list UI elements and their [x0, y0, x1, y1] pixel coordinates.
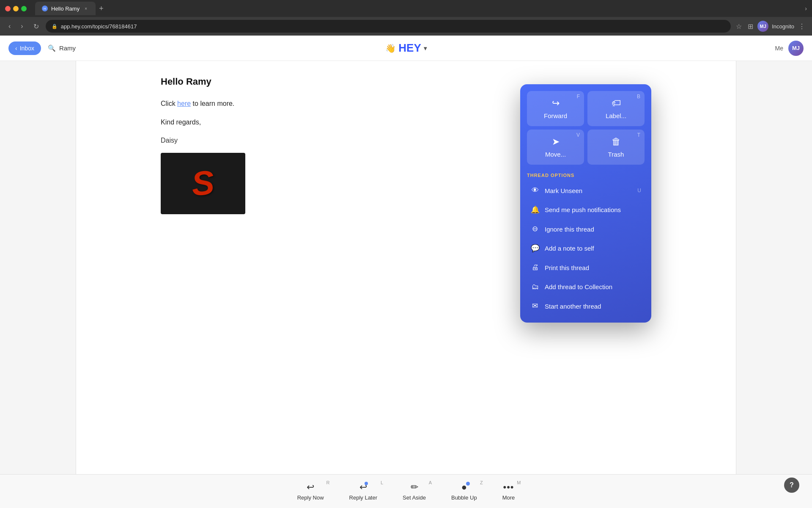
set-aside-label: Set Aside — [403, 494, 426, 501]
bubble-up-shortcut: Z — [480, 480, 483, 485]
reply-later-shortcut: L — [381, 480, 383, 485]
bottom-toolbar: R ↩ Reply Now L ↩ Reply Later A ✏ Set As… — [0, 474, 812, 508]
add-collection-icon: 🗂 — [530, 282, 540, 292]
hey-logo[interactable]: 👋 HEY ▾ — [385, 41, 426, 55]
start-thread-icon: ✉ — [530, 301, 540, 311]
forward-button[interactable]: F ↪ Forward — [527, 91, 584, 126]
mark-unseen-item[interactable]: 👁 Mark Unseen U — [527, 181, 645, 201]
forward-label: Forward — [544, 112, 567, 119]
back-button[interactable]: ‹ — [5, 21, 14, 32]
right-sidebar — [736, 61, 812, 474]
mark-unseen-label: Mark Unseen — [545, 185, 582, 196]
bubble-up-dot — [466, 482, 470, 486]
more-shortcut: M — [517, 480, 521, 485]
browser-profile-initials: MJ — [760, 24, 766, 29]
browser-profile-avatar: MJ — [757, 21, 768, 32]
start-thread-label: Start another thread — [545, 301, 601, 312]
help-icon: ? — [790, 481, 794, 489]
browser-profile-label: Incognito — [772, 23, 794, 30]
popup-menu: F ↪ Forward B 🏷 Label... V ➤ Move... — [520, 84, 651, 323]
print-thread-item[interactable]: 🖨 Print this thread — [527, 258, 645, 278]
tab-list-chevron-icon[interactable]: › — [805, 5, 807, 12]
browser-chrome: H Hello Ramy × + › — [0, 0, 812, 17]
popup-grid: F ↪ Forward B 🏷 Label... V ➤ Move... — [527, 91, 645, 165]
forward-shortcut: F — [577, 94, 580, 99]
reply-later-item[interactable]: L ↩ Reply Later — [337, 478, 390, 504]
search-area[interactable]: 🔍 Ramy — [48, 44, 76, 52]
move-shortcut: V — [576, 132, 580, 138]
address-bar[interactable]: 🔒 app.hey.com/topics/768184617 — [46, 20, 731, 33]
minimize-window-button[interactable] — [13, 6, 19, 11]
bookmark-button[interactable]: ☆ — [734, 21, 743, 32]
print-thread-label: Print this thread — [545, 262, 589, 273]
mark-unseen-shortcut: U — [637, 186, 641, 195]
reply-later-badge — [365, 482, 368, 485]
move-label: Move... — [545, 151, 566, 158]
forward-button[interactable]: › — [17, 21, 26, 32]
ignore-thread-item[interactable]: ⊖ Ignore this thread — [527, 220, 645, 239]
add-collection-item[interactable]: 🗂 Add thread to Collection — [527, 277, 645, 297]
add-note-item[interactable]: 💬 Add a note to self — [527, 239, 645, 258]
set-aside-shortcut: A — [429, 480, 432, 485]
me-label: Me — [775, 45, 783, 52]
reply-later-icon-container: ↩ — [359, 482, 367, 493]
new-tab-button[interactable]: + — [99, 5, 104, 12]
extensions-button[interactable]: ⊞ — [746, 21, 755, 32]
tab-title: Hello Ramy — [51, 6, 80, 12]
label-shortcut: B — [637, 94, 640, 99]
more-icon: ••• — [503, 482, 514, 493]
tab-favicon: H — [42, 6, 48, 11]
browser-tab[interactable]: H Hello Ramy × — [35, 2, 96, 15]
label-button[interactable]: B 🏷 Label... — [587, 91, 645, 126]
app-header: ‹ Inbox 🔍 Ramy 👋 HEY ▾ Me MJ — [0, 36, 812, 61]
refresh-button[interactable]: ↻ — [30, 21, 42, 32]
inbox-label: Inbox — [20, 45, 34, 52]
tab-close-button[interactable]: × — [83, 6, 89, 11]
hey-logo-dropdown-icon: ▾ — [424, 45, 427, 52]
maximize-window-button[interactable] — [21, 6, 27, 11]
hey-logo-text: HEY — [398, 41, 421, 55]
user-initials: MJ — [792, 45, 800, 51]
inbox-button[interactable]: ‹ Inbox — [8, 41, 41, 55]
back-icon: ‹ — [15, 45, 17, 52]
url-text: app.hey.com/topics/768184617 — [61, 23, 137, 30]
print-thread-icon: 🖨 — [530, 263, 540, 272]
email-panel: Hello Ramy Click here to learn more. Kin… — [76, 61, 736, 474]
user-avatar[interactable]: MJ — [788, 41, 804, 56]
header-right: Me MJ — [775, 41, 804, 56]
more-item[interactable]: M ••• More — [490, 478, 528, 504]
bubble-up-item[interactable]: Z ● Bubble Up — [439, 478, 490, 504]
ignore-thread-label: Ignore this thread — [545, 224, 594, 235]
hey-app: ‹ Inbox 🔍 Ramy 👋 HEY ▾ Me MJ Hello Ramy — [0, 36, 812, 508]
start-thread-item[interactable]: ✉ Start another thread — [527, 297, 645, 316]
browser-nav-bar: ‹ › ↻ 🔒 app.hey.com/topics/768184617 ☆ ⊞… — [0, 17, 812, 36]
search-icon: 🔍 — [48, 44, 56, 52]
trash-icon: 🗑 — [612, 136, 621, 147]
browser-nav-actions: ☆ ⊞ MJ Incognito ⋮ — [734, 21, 807, 32]
help-button[interactable]: ? — [784, 478, 799, 493]
trash-shortcut: T — [637, 132, 640, 138]
lock-icon: 🔒 — [52, 24, 58, 29]
set-aside-icon: ✏ — [411, 482, 418, 493]
bubble-up-label: Bubble Up — [451, 494, 477, 501]
add-note-icon: 💬 — [530, 244, 540, 253]
push-notifications-item[interactable]: 🔔 Send me push notifications — [527, 200, 645, 220]
close-window-button[interactable] — [5, 6, 11, 11]
trash-button[interactable]: T 🗑 Trash — [587, 130, 645, 165]
reply-later-label: Reply Later — [349, 494, 377, 501]
browser-window-controls — [5, 6, 27, 11]
tab-bar: H Hello Ramy × + › — [35, 2, 807, 15]
browser-more-button[interactable]: ⋮ — [797, 21, 807, 32]
set-aside-item[interactable]: A ✏ Set Aside — [390, 478, 439, 504]
bubble-up-icon-container: ● — [458, 482, 470, 493]
popup-section-title: THREAD OPTIONS — [527, 171, 645, 179]
email-link[interactable]: here — [177, 100, 191, 107]
hey-logo-wave: 👋 — [385, 43, 396, 53]
move-button[interactable]: V ➤ Move... — [527, 130, 584, 165]
mark-unseen-icon: 👁 — [530, 186, 540, 195]
main-content: Hello Ramy Click here to learn more. Kin… — [0, 61, 812, 474]
reply-now-item[interactable]: R ↩ Reply Now — [285, 478, 337, 504]
browser-profile[interactable]: MJ Incognito — [757, 21, 794, 32]
forward-icon: ↪ — [552, 98, 560, 109]
label-icon: 🏷 — [612, 98, 621, 109]
